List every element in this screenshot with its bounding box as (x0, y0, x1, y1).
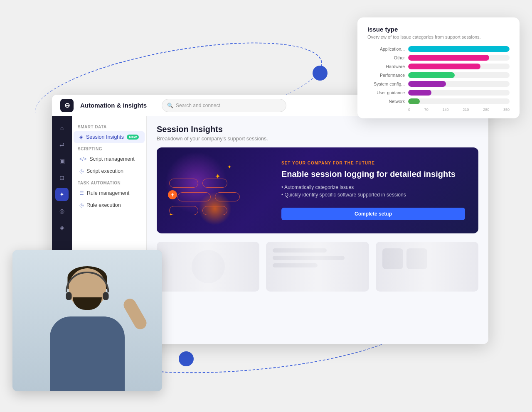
rule-execution-icon: ◷ (79, 202, 84, 208)
pill-6 (202, 206, 227, 215)
sidebar-item-clipboard[interactable]: ⊟ (55, 171, 69, 184)
nav-item-script-management[interactable]: </> Script management (74, 153, 145, 165)
bar-track (408, 72, 510, 78)
rule-management-icon: ☰ (79, 190, 84, 196)
nav-section-scripting: SCRIPTING (72, 143, 146, 153)
session-insights-icon: ◈ (79, 134, 83, 140)
nav-item-label-script-management: Script management (89, 156, 134, 162)
sidebar-item-screen[interactable]: ▣ (55, 154, 69, 168)
skeleton-block-3 (376, 242, 478, 292)
skeleton-block-2 (266, 242, 369, 292)
sparkle-2: ✦ (215, 172, 220, 180)
nav-section-smart-data: SMART DATA (72, 121, 146, 131)
nav-item-label-rule-execution: Rule execution (86, 202, 121, 208)
bar-label: Network (367, 99, 405, 104)
x-axis-tick: 70 (424, 108, 429, 112)
hero-banner: + ✦ ✦ ✦ SET YOUR COMPANY FOR THE FUTURE … (157, 147, 478, 233)
bar-row: System config... (367, 81, 510, 87)
bar-track (408, 81, 510, 87)
chart-subtitle: Overview of top issue categories from su… (367, 34, 510, 39)
pill-5 (169, 206, 198, 215)
hero-visual: + ✦ ✦ ✦ (157, 147, 273, 233)
hero-bullet-1: Automatically categorize issues (281, 184, 465, 190)
page-title: Session Insights (157, 125, 478, 134)
bar-fill (408, 64, 480, 69)
person-arm (121, 297, 149, 331)
x-axis-tick: 280 (483, 108, 489, 112)
skeleton-line-2 (273, 256, 344, 260)
headset-ear-left (66, 292, 72, 300)
hero-bullets: Automatically categorize issues Quickly … (281, 184, 465, 199)
skeleton-block-1 (157, 242, 259, 292)
arc-dot-top (313, 66, 328, 81)
nav-item-label-rule-management: Rule management (87, 190, 129, 196)
nav-item-label-session-insights: Session Insights (86, 134, 124, 140)
bar-label: Other (367, 55, 405, 60)
nav-item-script-execution[interactable]: ◷ Script execution (74, 165, 145, 177)
search-icon: 🔍 (167, 103, 173, 108)
app-title: Automation & Insights (80, 102, 147, 109)
person-photo (12, 250, 162, 391)
sidebar-item-headset[interactable]: ◎ (55, 204, 69, 218)
hero-eyebrow: SET YOUR COMPANY FOR THE FUTURE (281, 161, 465, 165)
sparkle-1: ✦ (227, 164, 232, 170)
bar-row: Performance (367, 72, 510, 78)
skeleton-circle-1 (192, 250, 225, 283)
person-silhouette (12, 264, 162, 391)
bar-label: User guidance (367, 90, 405, 95)
headset-ear-right (103, 292, 109, 300)
bar-track (408, 46, 510, 52)
bar-track (408, 98, 510, 104)
hero-cta-button[interactable]: Complete setup (281, 208, 465, 220)
script-execution-icon: ◷ (79, 168, 84, 174)
plus-button: + (168, 190, 177, 199)
bar-row: Other (367, 55, 510, 61)
bar-track (408, 90, 510, 96)
page-header: Session Insights Breakdown of your compa… (147, 116, 488, 147)
bar-fill (408, 55, 489, 61)
chart-x-axis: 070140210280350 (408, 108, 510, 112)
sidebar-item-home[interactable]: ⌂ (55, 121, 69, 135)
page-subtitle: Breakdown of your company's support sess… (157, 136, 478, 142)
nav-item-rule-execution[interactable]: ◷ Rule execution (74, 199, 145, 211)
bar-label: Performance (367, 73, 405, 78)
person-beard (73, 297, 102, 310)
nav-item-session-insights[interactable]: ◈ Session Insights New (74, 131, 145, 143)
search-placeholder: Search and connect (176, 103, 220, 108)
sidebar-item-settings[interactable]: ◈ (55, 221, 69, 234)
search-bar[interactable]: 🔍 Search and connect (162, 99, 286, 112)
bar-row: Application... (367, 46, 510, 52)
hero-heading: Enable session logging for detailed insi… (281, 169, 465, 179)
pill-3 (177, 192, 211, 201)
skeleton-line-1 (273, 248, 326, 253)
skeleton-area (147, 242, 488, 300)
bar-label: Hardware (367, 64, 405, 69)
bar-chart: Application...OtherHardwarePerformanceSy… (367, 46, 510, 104)
bar-label: System config... (367, 81, 405, 86)
x-axis-tick: 350 (503, 108, 510, 112)
chart-title: Issue type (367, 26, 510, 33)
arc-dot-bottom (179, 351, 194, 366)
bar-fill (408, 46, 510, 52)
skeleton-box-1 (382, 248, 403, 269)
bar-fill (408, 98, 420, 104)
sidebar-item-refresh[interactable]: ⇄ (55, 138, 69, 151)
app-logo: ⊖ (60, 99, 74, 112)
script-management-icon: </> (79, 156, 86, 162)
bar-track (408, 55, 510, 61)
bar-label: Application... (367, 47, 405, 52)
nav-item-rule-management[interactable]: ☰ Rule management (74, 187, 145, 199)
nav-item-label-script-execution: Script execution (86, 168, 123, 174)
person-bg (12, 250, 162, 391)
bar-fill (408, 90, 431, 96)
pill-4 (215, 192, 240, 201)
sparkle-3: ✦ (169, 212, 172, 217)
skeleton-box-2 (406, 248, 427, 269)
pill-1 (169, 179, 198, 188)
skeleton-line-3 (273, 263, 318, 267)
main-content: Session Insights Breakdown of your compa… (147, 116, 488, 344)
sidebar-item-automation[interactable]: ✦ (55, 188, 69, 201)
bar-row: Hardware (367, 64, 510, 69)
bar-row: Network (367, 98, 510, 104)
bar-track (408, 64, 510, 69)
